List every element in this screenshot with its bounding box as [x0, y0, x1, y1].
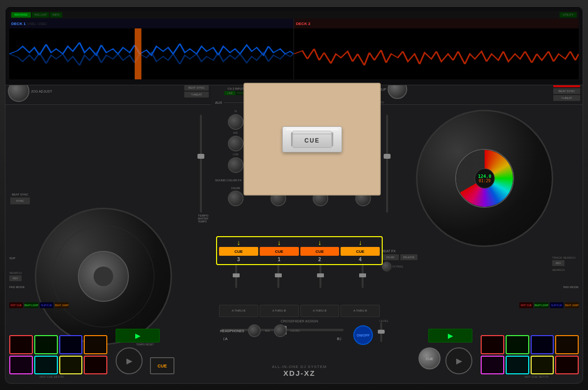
cue-button-physical[interactable]: CUE	[282, 126, 342, 152]
pad-5[interactable]	[9, 356, 33, 375]
arrow-ch1: ↓	[277, 239, 281, 246]
left-tempo-handle[interactable]	[197, 154, 204, 159]
left-rev-btn[interactable]: REV	[9, 275, 22, 281]
right-pad-7[interactable]	[531, 356, 554, 375]
sup-label-left: SUP	[9, 257, 15, 260]
ch1-fader-handle[interactable]	[275, 273, 282, 277]
cue-popup-text: CUE	[304, 137, 319, 144]
ch3-low-knob[interactable]	[228, 157, 244, 173]
aux-label: AUX	[215, 101, 222, 104]
ch3-thru-display: A THRU B	[219, 305, 258, 317]
pad-8[interactable]	[84, 356, 107, 375]
ch3-hi-knob[interactable]	[228, 114, 244, 130]
pad-1[interactable]	[9, 335, 33, 354]
right-play-pause-btn[interactable]: ▶	[445, 347, 472, 374]
right-half-btn[interactable]: ½•BEAT	[553, 95, 580, 101]
beat-jump-btn[interactable]: BEAT JUMP	[55, 302, 69, 308]
headphones-mix-knob[interactable]	[248, 324, 261, 337]
tag-list-btn[interactable]: TAG LIST	[32, 12, 49, 18]
right-pad-8[interactable]	[555, 356, 579, 375]
ch3-line-btn[interactable]: LINE	[224, 91, 235, 95]
ch2-fader-handle[interactable]	[317, 273, 324, 277]
beat-sync-section-label: BEAT SYNC	[10, 193, 30, 196]
beat-sync-left-btn[interactable]: SYNC	[10, 197, 30, 204]
ch4-thru-display: A THRU B	[341, 305, 380, 317]
pad-6[interactable]	[34, 356, 58, 375]
ch4-number: 4	[359, 257, 362, 262]
left-beat-sync-area: BEAT SYNC SYNC	[10, 193, 30, 204]
right-slip-cue-btn[interactable]: SLIP/CUE	[550, 302, 564, 308]
headphones-section: HEADPHONES MIX LEVEL LEVEL	[216, 317, 392, 344]
left-large-play-icon: ▶	[135, 332, 141, 340]
left-cue-btn[interactable]: CUE	[150, 357, 174, 374]
headphones-level-knob[interactable]	[274, 324, 287, 337]
arrow-ch3: ↓	[237, 239, 240, 246]
ch3-mid-knob[interactable]	[228, 136, 244, 151]
cue-btn-ch4[interactable]: CUE	[341, 247, 380, 256]
cue-popup-overlay: CUE	[244, 83, 381, 195]
cue-buttons-section: ↓ CUE 3 ↓ CUE 1 ↓ CUE 2 ↓	[216, 236, 383, 265]
browse-btn[interactable]: BROWSE	[11, 12, 31, 18]
cue-btn-ch1[interactable]: CUE	[260, 247, 299, 256]
info-btn[interactable]: INFO	[50, 12, 62, 18]
right-pad-4[interactable]	[555, 335, 579, 354]
color-knob-3[interactable]	[228, 191, 244, 206]
waveform-right	[294, 28, 579, 79]
ch1-fader-track	[277, 264, 279, 288]
left-play-pause-btn[interactable]: ▶	[116, 347, 143, 374]
utility-btn[interactable]: UTILITY	[560, 12, 577, 18]
right-cue-knob[interactable]: CUE	[418, 347, 441, 369]
deck1-usb2-label: USB2	[38, 22, 47, 25]
right-rev-btn[interactable]: REV	[552, 260, 564, 266]
slip-cue-btn[interactable]: SLIP/CUE	[40, 302, 53, 308]
half-beat-btn[interactable]: ½•BEAT	[184, 92, 209, 98]
right-beat-loop-btn[interactable]: BEAT LOOP	[535, 302, 548, 308]
right-tempo-handle[interactable]	[384, 154, 391, 159]
dj-controller: Pioneer DJ MIC 1 EQ FEEDBACKREDUCER	[5, 6, 583, 384]
sound-color-fx-label: SOUND COLOR FX	[215, 179, 242, 182]
right-beat-jump-btn[interactable]: BEAT JUMP	[565, 302, 579, 308]
right-pad-3[interactable]	[531, 335, 554, 354]
deck1-usb1-label: USB1	[27, 22, 36, 25]
left-search-area: SEARCH REV	[9, 271, 22, 281]
ch3-mid-label: MID	[233, 131, 238, 134]
cue-btn-ch2[interactable]: CUE	[300, 247, 340, 256]
fx-release-btn[interactable]: RELEASE	[400, 254, 417, 260]
pad-3[interactable]	[59, 335, 83, 354]
fx-frequency-knob[interactable]	[382, 262, 392, 271]
right-pad-5[interactable]	[481, 356, 504, 375]
right-beat-sync-btn[interactable]: BEAT SYNC	[553, 88, 580, 94]
deck2-display: DECK 2	[296, 22, 310, 26]
right-hot-cue-btn[interactable]: HOT CUE	[519, 302, 533, 308]
hot-cue-btn[interactable]: HOT CUE	[9, 302, 23, 308]
bpm-value: 124.0	[478, 174, 491, 179]
ch1-thru-display: A THRU B	[260, 305, 299, 317]
right-jog-wheel[interactable]: 124.0 01:29	[416, 110, 553, 247]
pad-4[interactable]	[84, 335, 107, 354]
right-pad-6[interactable]	[506, 356, 529, 375]
right-search-label: SEARCH	[552, 268, 575, 271]
right-pad-2[interactable]	[506, 335, 529, 354]
left-jog-wheel[interactable]	[35, 208, 172, 345]
cue-btn-ch3[interactable]: CUE	[219, 247, 258, 256]
pad-7[interactable]	[59, 356, 83, 375]
headphones-label: HEADPHONES	[220, 329, 244, 333]
left-tempo-slider[interactable]: TEMPO MASTER TEMPO	[198, 115, 204, 213]
ch3-fader-handle[interactable]	[233, 273, 240, 277]
left-search-label: SEARCH	[9, 271, 22, 274]
fx-frequency-label: FX FREQ	[392, 265, 403, 268]
right-pad-1[interactable]	[481, 335, 504, 354]
model-name: XDJ-XZ	[211, 369, 388, 377]
fx-on-air-btn[interactable]: ON AIR	[382, 254, 399, 260]
left-deck-body: TEMPO MASTER TEMPO BEAT SYNC SYNC SUP SE…	[5, 105, 211, 379]
ch3-number: 3	[237, 257, 240, 262]
right-large-play-btn[interactable]: ▶	[428, 329, 472, 342]
ch1-number: 1	[278, 257, 281, 262]
left-large-play-btn[interactable]: ▶	[116, 329, 160, 342]
right-tempo-slider[interactable]	[384, 115, 390, 213]
pad-2[interactable]	[34, 335, 58, 354]
time-value: 01:29	[479, 179, 490, 183]
beat-loop-btn[interactable]: BEAT LOOP	[24, 302, 38, 308]
ch4-fader-handle[interactable]	[359, 273, 366, 277]
beat-sync-btn[interactable]: BEAT SYNC	[184, 85, 209, 91]
